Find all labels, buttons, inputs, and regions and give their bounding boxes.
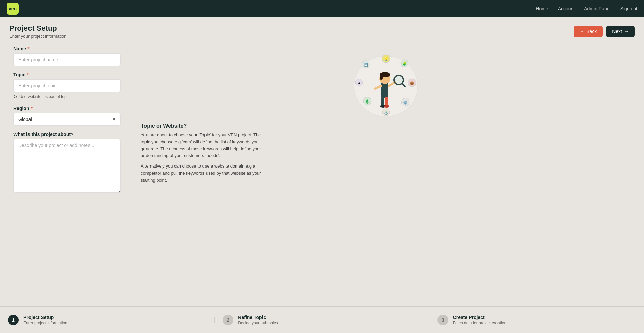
step-2-label: Refine Topic bbox=[238, 315, 278, 320]
navbar: ven Home Account Admin Panel Sign out bbox=[0, 0, 644, 17]
step-3: 3 Create Project Fetch data for project … bbox=[429, 315, 644, 325]
about-textarea[interactable] bbox=[13, 139, 121, 193]
step-3-number: 3 bbox=[437, 315, 448, 325]
region-select[interactable]: Global United States United Kingdom Euro… bbox=[13, 113, 121, 126]
info-box-paragraph1: You are about to choose your 'Topic' for… bbox=[141, 132, 261, 159]
name-required-star: * bbox=[27, 46, 29, 51]
use-website-toggle[interactable]: ↻ Use website instead of topic bbox=[13, 94, 121, 99]
svg-text:🔄: 🔄 bbox=[364, 63, 368, 67]
region-field-group: Region * Global United States United Kin… bbox=[13, 106, 121, 126]
account-link[interactable]: Account bbox=[558, 6, 575, 11]
step-2-text: Refine Topic Decide your subtopics bbox=[238, 315, 278, 325]
region-label: Region * bbox=[13, 106, 121, 111]
svg-text:⚙️: ⚙️ bbox=[403, 100, 408, 105]
back-arrow-icon: ← bbox=[580, 29, 584, 34]
svg-point-5 bbox=[384, 105, 389, 108]
next-arrow-icon: → bbox=[624, 29, 629, 34]
topic-label: Topic * bbox=[13, 72, 121, 77]
page-title-block: Project Setup Enter your project informa… bbox=[9, 24, 67, 39]
svg-text:⚓: ⚓ bbox=[384, 111, 388, 115]
home-link[interactable]: Home bbox=[536, 6, 548, 11]
info-box: Topic or Website? You are about to choos… bbox=[141, 123, 261, 187]
info-box-title: Topic or Website? bbox=[141, 123, 261, 129]
svg-rect-3 bbox=[385, 97, 388, 106]
svg-text:💡: 💡 bbox=[383, 56, 388, 61]
about-field-group: What is this project about? bbox=[13, 132, 121, 194]
next-label: Next bbox=[612, 29, 622, 34]
step-3-text: Create Project Fetch data for project cr… bbox=[453, 315, 506, 325]
svg-text:🧩: 🧩 bbox=[402, 62, 407, 66]
step-1: 1 Project Setup Enter project informatio… bbox=[0, 315, 215, 325]
region-select-wrapper: Global United States United Kingdom Euro… bbox=[13, 113, 121, 126]
stepper: 1 Project Setup Enter project informatio… bbox=[0, 306, 644, 333]
illustration-section: 💡 🧩 👜 ⚙️ 💲 ♟ 🔄 bbox=[141, 46, 631, 299]
svg-point-11 bbox=[395, 77, 402, 83]
page-subtitle: Enter your project information bbox=[9, 34, 67, 39]
step-2: 2 Refine Topic Decide your subtopics bbox=[215, 315, 429, 325]
refresh-icon: ↻ bbox=[13, 94, 17, 99]
svg-text:♟: ♟ bbox=[357, 81, 360, 85]
about-label: What is this project about? bbox=[13, 132, 121, 137]
step-1-number: 1 bbox=[8, 315, 19, 325]
svg-rect-8 bbox=[380, 75, 383, 80]
name-field-group: Name * bbox=[13, 46, 121, 66]
back-button[interactable]: ← Back bbox=[574, 26, 603, 37]
region-required-star: * bbox=[31, 106, 32, 111]
page-header: Project Setup Enter your project informa… bbox=[0, 17, 644, 43]
name-label: Name * bbox=[13, 46, 121, 51]
logo-text: ven bbox=[9, 6, 17, 11]
step-1-text: Project Setup Enter project information bbox=[23, 315, 67, 325]
step-1-label: Project Setup bbox=[23, 315, 67, 320]
step-3-sub: Fetch data for project creation bbox=[453, 321, 506, 325]
topic-field-group: Topic * ↻ Use website instead of topic bbox=[13, 72, 121, 99]
page-title: Project Setup bbox=[9, 24, 67, 33]
illustration: 💡 🧩 👜 ⚙️ 💲 ♟ 🔄 bbox=[349, 49, 423, 116]
svg-text:👜: 👜 bbox=[410, 81, 414, 85]
topic-required-star: * bbox=[27, 72, 28, 77]
step-2-number: 2 bbox=[223, 315, 233, 325]
name-input[interactable] bbox=[13, 53, 121, 66]
svg-rect-1 bbox=[381, 83, 388, 98]
logo[interactable]: ven bbox=[7, 3, 19, 15]
main-content: Name * Topic * ↻ Use website instead of … bbox=[0, 43, 644, 306]
next-button[interactable]: Next → bbox=[606, 26, 635, 37]
back-label: Back bbox=[586, 29, 597, 34]
admin-panel-link[interactable]: Admin Panel bbox=[584, 6, 610, 11]
step-2-sub: Decide your subtopics bbox=[238, 321, 278, 325]
sign-out-link[interactable]: Sign out bbox=[620, 6, 637, 11]
nav-links: Home Account Admin Panel Sign out bbox=[536, 6, 637, 11]
topic-input[interactable] bbox=[13, 79, 121, 92]
use-website-label: Use website instead of topic bbox=[19, 94, 69, 99]
info-box-paragraph2: Alternatively you can choose to use a we… bbox=[141, 163, 261, 184]
svg-rect-2 bbox=[381, 97, 384, 106]
form-section: Name * Topic * ↻ Use website instead of … bbox=[13, 46, 121, 299]
step-1-sub: Enter project information bbox=[23, 321, 67, 325]
header-buttons: ← Back Next → bbox=[574, 26, 635, 37]
step-3-label: Create Project bbox=[453, 315, 506, 320]
svg-text:💲: 💲 bbox=[365, 99, 370, 104]
